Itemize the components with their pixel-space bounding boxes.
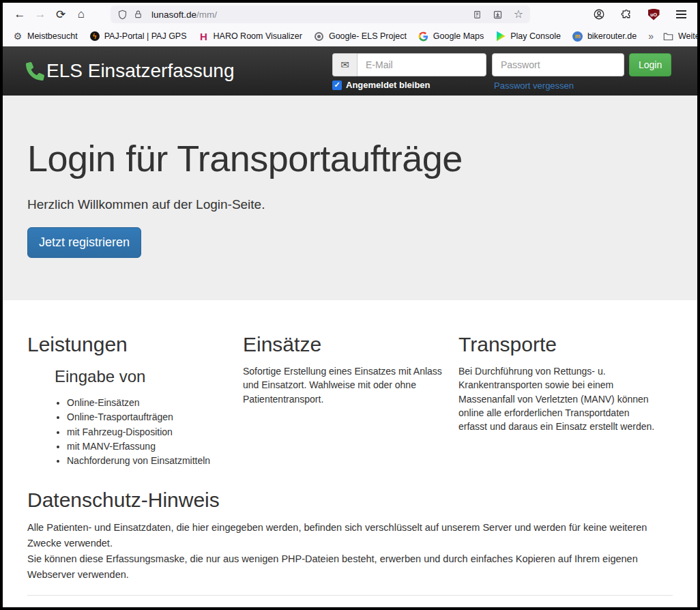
bookmark-label: bikerouter.de: [587, 31, 637, 41]
menu-hamburger-icon[interactable]: [671, 5, 690, 24]
email-field[interactable]: [357, 53, 486, 76]
bookmark-star-icon[interactable]: ☆: [514, 9, 523, 20]
browser-window: ← → ⟳ ⌂ lunasoft.de/mm/: [3, 3, 697, 607]
haro-icon: H: [199, 31, 209, 42]
register-button[interactable]: Jetzt registrieren: [27, 227, 141, 258]
phone-icon: [26, 62, 44, 81]
lunasoft-link[interactable]: LUNASOFT: [40, 606, 91, 607]
reader-mode-icon[interactable]: [473, 10, 482, 20]
browser-toolbar: ← → ⟳ ⌂ lunasoft.de/mm/: [3, 3, 697, 26]
bookmark-label: Google- ELS Project: [329, 31, 407, 41]
save-page-icon[interactable]: [493, 10, 503, 20]
column-einsaetze: Einsätze Sofortige Erstellung eines Eins…: [243, 318, 458, 468]
leistungen-title: Leistungen: [27, 333, 229, 356]
main-content: Leistungen Eingabe von Online-Einsätzen …: [3, 300, 697, 607]
bikerouter-icon: m: [572, 31, 583, 42]
bookmark-weitere-lesezeichen[interactable]: Weitere Lesezeichen: [663, 31, 697, 42]
lock-icon[interactable]: [134, 10, 143, 19]
google-g-icon: [418, 31, 429, 42]
back-icon[interactable]: ←: [10, 5, 30, 24]
bookmark-label: Weitere Lesezeichen: [678, 31, 697, 41]
privacy-line-2: Sie können diese Erfassungsmaske, die nu…: [27, 551, 673, 583]
brand[interactable]: ELS Einsatzerfassung: [26, 60, 235, 82]
home-icon[interactable]: ⌂: [71, 5, 91, 24]
transporte-title: Transporte: [458, 333, 660, 356]
feature-list: Online-Einsätzen Online-Trasportaufträge…: [42, 396, 229, 468]
envelope-icon: ✉: [332, 53, 357, 76]
bookmark-label: Google Maps: [433, 31, 484, 41]
footer: by LUNASOFT: [27, 606, 673, 607]
list-item: Online-Einsätzen: [67, 396, 229, 410]
gear-icon: ⚙: [12, 31, 23, 42]
extensions-icon[interactable]: [617, 5, 636, 24]
column-transporte: Transporte Bei Durchführung von Rettungs…: [458, 318, 674, 468]
bookmark-haro[interactable]: H HARO Room Visualizer: [199, 31, 302, 42]
leistungen-subtitle: Eingabe von: [55, 367, 229, 386]
reload-icon[interactable]: ⟳: [50, 5, 71, 24]
jumbotron: Login für Transportaufträge Herzlich Wil…: [3, 96, 697, 300]
ublock-shield-icon[interactable]: uO: [644, 5, 663, 24]
list-item: mit MANV-Erfassung: [67, 439, 229, 454]
page-subtitle: Herzlich Willkommen auf der Login-Seite.: [27, 197, 673, 212]
list-item: mit Fahrzeug-Disposition: [67, 425, 229, 439]
forward-icon[interactable]: →: [30, 5, 50, 24]
url-bar[interactable]: lunasoft.de/mm/ ☆: [111, 5, 530, 23]
bookmarks-overflow-icon[interactable]: »: [648, 31, 654, 42]
bookmark-label: PAJ-Portal | PAJ GPS: [104, 31, 187, 41]
bookmark-els-project[interactable]: Google- ELS Project: [314, 31, 407, 42]
password-field[interactable]: [492, 53, 624, 76]
bookmark-label: Play Console: [510, 31, 561, 41]
folder-icon: [663, 31, 674, 42]
privacy-section: Datenschutz-Hinweis Alle Patienten- und …: [27, 489, 673, 583]
forgot-password-link[interactable]: Passwort vergessen: [494, 81, 574, 91]
einsaetze-title: Einsätze: [243, 333, 445, 356]
url-text: lunasoft.de/mm/: [151, 10, 473, 20]
einsaetze-text: Sofortige Erstellung eines Einsatzes mit…: [243, 364, 445, 406]
brand-title: ELS Einsatzerfassung: [46, 60, 235, 82]
url-path: /mm/: [196, 10, 217, 20]
transporte-text: Bei Durchführung von Rettungs- u. Kranke…: [458, 364, 660, 433]
bookmark-paj-portal[interactable]: ϟ PAJ-Portal | PAJ GPS: [89, 31, 187, 42]
footer-by-text: by: [27, 606, 38, 607]
bookmark-meistbesucht[interactable]: ⚙ Meistbesucht: [12, 31, 78, 42]
account-icon[interactable]: [589, 5, 609, 24]
site-navbar: ELS Einsatzerfassung ✉ Login ✓ Angemelde…: [3, 46, 697, 96]
list-item: Nachforderung von Einsatzmitteln: [67, 454, 229, 468]
list-item: Online-Trasportaufträgen: [67, 410, 229, 424]
bookmark-bikerouter[interactable]: m bikerouter.de: [572, 31, 637, 42]
bookmark-google-maps[interactable]: Google Maps: [418, 31, 484, 42]
target-icon: [314, 31, 325, 42]
url-host: lunasoft.de: [151, 10, 196, 20]
login-form: ✉ Login ✓ Angemeldet bleiben Passwort ve…: [332, 53, 673, 92]
login-button[interactable]: Login: [629, 53, 671, 76]
privacy-line-1: Alle Patienten- und Einsatzdaten, die hi…: [27, 520, 673, 551]
bookmark-label: HARO Room Visualizer: [214, 31, 302, 41]
play-store-icon: [495, 31, 506, 42]
remember-me-label: Angemeldet bleiben: [346, 80, 431, 90]
footer-divider: [27, 595, 673, 596]
bookmark-play-console[interactable]: Play Console: [495, 31, 561, 42]
paj-icon: ϟ: [89, 31, 100, 42]
privacy-title: Datenschutz-Hinweis: [27, 489, 673, 512]
page-title: Login für Transportaufträge: [27, 139, 673, 178]
shield-icon[interactable]: [117, 10, 128, 20]
checkbox-checked-icon: ✓: [332, 81, 342, 90]
column-leistungen: Leistungen Eingabe von Online-Einsätzen …: [27, 318, 243, 468]
bookmarks-bar: ⚙ Meistbesucht ϟ PAJ-Portal | PAJ GPS H …: [3, 26, 697, 46]
bookmark-label: Meistbesucht: [27, 31, 78, 41]
